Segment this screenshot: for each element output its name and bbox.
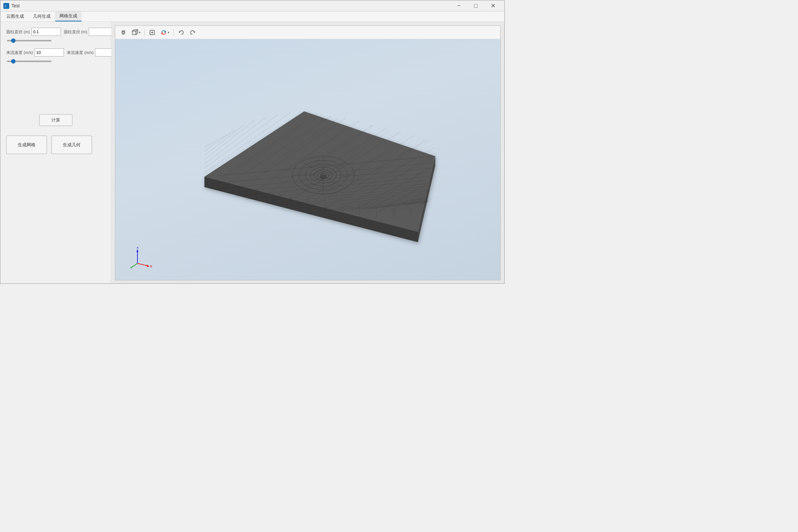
- left-panel: 圆柱直径 (m) 圆柱直径 (m) 来流速度 (m/s): [0, 22, 111, 284]
- axis-indicator: Z X Y: [130, 247, 152, 269]
- svg-text:Y: Y: [130, 266, 132, 269]
- undo-button[interactable]: [176, 27, 186, 38]
- svg-point-85: [320, 175, 326, 179]
- window-controls: − □ ✕: [450, 0, 501, 11]
- viewport-canvas[interactable]: Z X Y: [115, 39, 500, 280]
- app-icon: T: [3, 3, 9, 9]
- generate-buttons-row: 生成网格 生成几何: [6, 136, 105, 154]
- main-layout: 圆柱直径 (m) 圆柱直径 (m) 来流速度 (m/s): [0, 22, 504, 284]
- camera-button[interactable]: [118, 27, 129, 38]
- svg-text:T: T: [4, 5, 6, 8]
- svg-line-53: [205, 125, 244, 156]
- diameter-left-label: 圆柱直径 (m): [6, 29, 30, 35]
- diameter-left-input[interactable]: [31, 28, 61, 36]
- viewport-container: ▾: [111, 22, 504, 284]
- svg-point-2: [122, 31, 125, 34]
- window-title: Test: [11, 3, 450, 8]
- menu-geometry[interactable]: 几何生成: [28, 12, 55, 21]
- mesh-visualization: [115, 39, 500, 280]
- generate-mesh-button[interactable]: 生成网格: [6, 136, 47, 154]
- param-group-diameter-left: 圆柱直径 (m): [6, 28, 61, 45]
- redo-button[interactable]: [188, 27, 198, 38]
- menu-bar: 云图生成 几何生成 网格生成: [0, 11, 504, 22]
- separator-2: [173, 29, 174, 36]
- diameter-left-slider[interactable]: [7, 40, 51, 41]
- svg-text:X: X: [150, 265, 152, 268]
- close-button[interactable]: ✕: [484, 0, 501, 11]
- params-mid-grid: 来流速度 (m/s) 来流速度 (m/s): [6, 48, 105, 66]
- svg-marker-102: [136, 249, 139, 252]
- svg-line-107: [132, 263, 137, 267]
- diameter-right-label: 圆柱直径 (m): [64, 29, 88, 35]
- viewcube-dropdown[interactable]: ▾: [130, 28, 142, 37]
- separator-1: [144, 29, 145, 36]
- svg-line-54: [205, 129, 236, 151]
- velocity-right-label: 来流速度 (m/s): [67, 50, 93, 55]
- param-velocity-left-row: 来流速度 (m/s): [6, 48, 64, 57]
- menu-cloud[interactable]: 云图生成: [2, 12, 28, 21]
- rotate-dropdown[interactable]: ▾: [159, 28, 171, 37]
- menu-mesh[interactable]: 网格生成: [55, 11, 82, 21]
- svg-text:Z: Z: [137, 247, 139, 249]
- minimize-button[interactable]: −: [450, 0, 467, 11]
- svg-line-55: [205, 134, 228, 147]
- title-bar: T Test − □ ✕: [0, 0, 504, 11]
- velocity-left-input[interactable]: [34, 48, 64, 57]
- velocity-left-slider-container: [6, 58, 64, 63]
- generate-geo-button[interactable]: 生成几何: [51, 136, 92, 154]
- diameter-left-slider-container: [6, 37, 61, 42]
- calculate-button[interactable]: 计算: [39, 114, 72, 126]
- svg-rect-4: [132, 31, 136, 35]
- viewcube-chevron-icon: ▾: [139, 31, 141, 34]
- calculate-section: 计算: [6, 114, 105, 126]
- param-diameter-left-row: 圆柱直径 (m): [6, 28, 61, 36]
- param-group-velocity-left: 来流速度 (m/s): [6, 48, 64, 66]
- params-top-grid: 圆柱直径 (m) 圆柱直径 (m): [6, 28, 105, 45]
- svg-marker-105: [147, 265, 150, 267]
- param-group-diameter-right: 圆柱直径 (m): [64, 28, 119, 45]
- rotate-chevron-icon: ▾: [168, 31, 170, 34]
- viewport-toolbar: ▾: [115, 26, 500, 39]
- viewport-frame: ▾: [115, 25, 501, 280]
- velocity-left-label: 来流速度 (m/s): [6, 50, 33, 55]
- velocity-left-slider[interactable]: [7, 61, 51, 62]
- param-diameter-right-row: 圆柱直径 (m): [64, 28, 119, 36]
- fit-view-button[interactable]: [147, 27, 157, 38]
- svg-point-3: [123, 32, 124, 34]
- maximize-button[interactable]: □: [467, 0, 484, 11]
